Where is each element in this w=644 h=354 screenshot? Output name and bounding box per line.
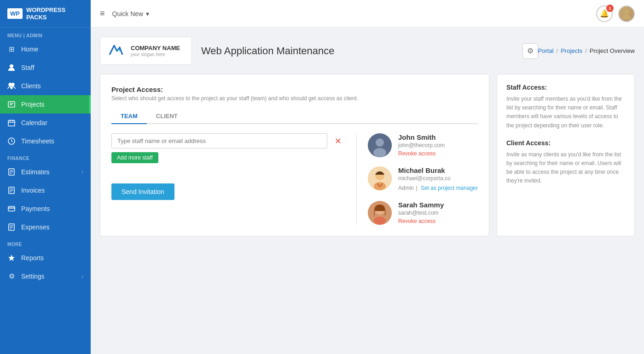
staff-access-text: Invite your staff members as you'd like … [506,95,625,130]
staff-name: John Smith [398,133,478,141]
finance-section-label: FINANCE [0,150,91,163]
logo-brand: WORDPRESSPACKS [26,6,65,21]
chevron-right-icon: › [81,274,83,279]
company-slogan: your slogan here [131,52,180,57]
sidebar-item-estimates[interactable]: Estimates › [0,163,91,181]
sidebar-item-label: Home [21,46,38,53]
staff-name: Michael Burak [398,166,478,174]
more-section-label: MORE [0,236,91,249]
sidebar-item-expenses[interactable]: Expenses [0,218,91,236]
calendar-icon [7,119,16,127]
sidebar-item-timesheets[interactable]: Timesheets [0,132,91,150]
staff-name: Sarah Sammy [398,201,478,209]
revoke-access-link[interactable]: Revoke access [398,150,478,157]
sidebar-logo: WP WORDPRESSPACKS [0,0,91,28]
sidebar-item-reports[interactable]: Reports [0,249,91,267]
reports-icon [7,254,16,262]
project-access-title: Project Access: [111,86,478,93]
tab-client[interactable]: CLIENT [147,109,187,124]
staff-info-john: John Smith john@thecorp.com Revoke acces… [398,133,478,157]
svg-rect-4 [10,103,13,104]
cards-row: Project Access: Select who should get ac… [100,74,635,236]
projects-icon [7,100,16,108]
breadcrumb-projects[interactable]: Projects [561,47,582,54]
sidebar-item-label: Expenses [21,223,49,231]
sidebar-item-label: Projects [21,101,45,108]
quick-new-dropdown[interactable]: Quick New ▾ [112,10,150,17]
add-more-staff-button[interactable]: Add more staff [111,152,158,163]
svg-marker-27 [8,255,15,261]
sidebar-item-label: Clients [21,82,41,90]
sidebar-item-payments[interactable]: Payments [0,200,91,218]
avatar-sarah [368,201,392,225]
settings-icon: ⚙ [7,272,16,280]
project-access-subtitle: Select who should get access to the proj… [111,95,478,102]
menu-section-label: MENU | ADMIN [0,28,91,40]
form-side: ✕ Add more staff Send Invitation [111,133,356,225]
user-avatar[interactable] [618,6,635,22]
chevron-down-icon: ▾ [146,10,149,17]
access-tabs: TEAM CLIENT [111,109,478,124]
sidebar-item-label: Staff [21,64,35,71]
send-invitation-button[interactable]: Send Invitation [111,183,174,200]
set-project-manager-link[interactable]: Set as project manager [421,185,478,191]
sidebar-item-label: Calendar [21,119,47,126]
sidebar-item-invoices[interactable]: Invoices [0,181,91,200]
clear-input-button[interactable]: ✕ [331,134,345,148]
svg-rect-6 [8,120,15,126]
avatar-michael [368,166,392,190]
svg-rect-0 [10,64,13,68]
svg-line-12 [12,141,13,142]
logo-wp: WP [7,8,23,19]
sidebar-item-home[interactable]: ⊞ Home [0,40,91,58]
company-name: COMPANY NAME [131,45,180,52]
staff-list: John Smith john@thecorp.com Revoke acces… [356,133,478,225]
sidebar-item-clients[interactable]: Clients [0,77,91,95]
sidebar-item-staff[interactable]: Staff [0,58,91,77]
side-info-card: Staff Access: Invite your staff members … [497,74,635,236]
sidebar-item-label: Reports [21,254,44,262]
topbar-right: 🔔 1 [596,6,635,22]
role-separator: | [416,185,418,191]
timesheets-icon [7,137,16,145]
svg-point-30 [376,138,384,147]
staff-search-row: ✕ [111,133,345,148]
clients-icon [7,82,16,90]
payments-icon [7,205,16,213]
sidebar-item-projects[interactable]: Projects [0,95,91,114]
invoices-icon [7,186,16,194]
content-area: COMPANY NAME your slogan here Web Applic… [91,28,644,354]
tab-team[interactable]: TEAM [111,109,147,124]
staff-email: john@thecorp.com [398,142,478,148]
revoke-access-link[interactable]: Revoke access [398,218,478,224]
menu-toggle-button[interactable]: ≡ [100,9,105,18]
project-title: Web Application Maintenance [201,45,522,57]
staff-email: michael@corporta.co [398,175,478,182]
notification-button[interactable]: 🔔 1 [596,6,613,22]
breadcrumb-current: Project Overview [590,47,635,54]
sidebar: WP WORDPRESSPACKS MENU | ADMIN ⊞ Home St… [0,0,91,354]
expenses-icon [7,223,16,231]
client-access-title: Client Access: [506,139,625,147]
sidebar-item-label: Timesheets [21,137,54,145]
project-access-card: Project Access: Select who should get ac… [100,74,489,236]
svg-rect-21 [8,206,15,211]
sidebar-item-settings[interactable]: ⚙ Settings › [0,267,91,285]
staff-role-row: Admin | Set as project manager [398,183,478,192]
staff-member: John Smith john@thecorp.com Revoke acces… [368,133,478,157]
breadcrumb-sep1: / [557,47,558,54]
avatar-john [368,133,392,157]
topbar: ≡ Quick New ▾ 🔔 1 [91,0,644,28]
main-area: ≡ Quick New ▾ 🔔 1 [91,0,644,354]
svg-point-37 [374,217,386,225]
client-access-text: Invite as many clients as you'd like fro… [506,150,625,186]
project-header: COMPANY NAME your slogan here Web Applic… [100,37,635,65]
project-form-area: ✕ Add more staff Send Invitation [111,133,478,225]
breadcrumb-portal[interactable]: Portal [538,47,554,54]
home-icon: ⊞ [7,45,16,53]
sidebar-item-label: Payments [21,205,50,212]
company-info: COMPANY NAME your slogan here [131,45,180,57]
staff-search-input[interactable] [111,133,327,148]
sidebar-item-calendar[interactable]: Calendar [0,114,91,132]
project-settings-button[interactable]: ⚙ [522,43,538,59]
